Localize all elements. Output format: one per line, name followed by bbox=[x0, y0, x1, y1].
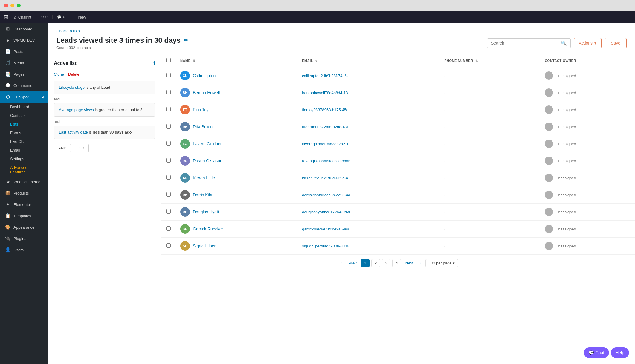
sidebar-sub-lists[interactable]: Lists bbox=[10, 120, 48, 129]
contact-email-link[interactable]: ravengislason6ff8ccac-8dab... bbox=[302, 159, 353, 163]
row-checkbox-3[interactable] bbox=[166, 124, 171, 129]
new-button[interactable]: + New bbox=[75, 15, 86, 19]
sidebar-item-dashboard[interactable]: ⊞ Dashboard bbox=[0, 23, 48, 35]
actions-button[interactable]: Actions ▾ bbox=[574, 38, 602, 48]
select-all-checkbox[interactable] bbox=[166, 58, 171, 62]
row-checkbox-7[interactable] bbox=[166, 192, 171, 197]
per-page-select[interactable]: 100 per page ▾ bbox=[425, 259, 458, 267]
contact-email-link[interactable]: laverngoldner9ab28b2b-91... bbox=[302, 142, 352, 146]
edit-title-icon[interactable]: ✏ bbox=[184, 37, 188, 44]
sidebar-sub-dashboard[interactable]: Dashboard bbox=[10, 103, 48, 111]
sidebar-item-elementor[interactable]: ✦ Elementor bbox=[0, 199, 48, 210]
email-cell: garrickruecker8f0c42a5-a90... bbox=[297, 221, 439, 238]
row-checkbox-0[interactable] bbox=[166, 73, 171, 77]
mac-close-dot[interactable] bbox=[4, 4, 8, 7]
per-page-arrow-icon: ▾ bbox=[453, 261, 455, 265]
row-checkbox-10[interactable] bbox=[166, 243, 171, 248]
contact-email-link[interactable]: bentonhowell78d4b8d4-18... bbox=[302, 91, 351, 95]
next-page-button[interactable]: › bbox=[417, 259, 423, 267]
sidebar-sub-settings[interactable]: Settings bbox=[10, 155, 48, 163]
revisions-item[interactable]: ↻ 0 bbox=[41, 15, 48, 19]
sidebar-item-posts[interactable]: 📄 Posts bbox=[0, 46, 48, 57]
contact-email-link[interactable]: douglashyattbc8172a4-3f4d... bbox=[302, 210, 353, 214]
actions-arrow-icon: ▾ bbox=[594, 41, 596, 45]
and-button[interactable]: AND bbox=[54, 144, 71, 152]
contact-name-link[interactable]: Rita Bruen bbox=[193, 124, 213, 129]
contact-name-link[interactable]: Sigrid Hilpert bbox=[193, 244, 217, 248]
header-phone[interactable]: PHONE NUMBER ⇅ bbox=[439, 54, 540, 67]
contact-name-link[interactable]: Raven Gislason bbox=[193, 158, 222, 163]
page-4-button[interactable]: 4 bbox=[392, 259, 401, 267]
row-checkbox-8[interactable] bbox=[166, 209, 171, 214]
sidebar-sub-livechat[interactable]: Live Chat bbox=[10, 137, 48, 146]
chat-button[interactable]: 💬 Chat bbox=[584, 347, 609, 358]
contact-email-link[interactable]: finntoy08378968-b175-45a... bbox=[302, 108, 352, 112]
sidebar-item-appearance[interactable]: 🎨 Appearance bbox=[0, 221, 48, 233]
sidebar-item-wpmudev[interactable]: ● WPMU DEV bbox=[0, 35, 48, 46]
site-name[interactable]: ⌂ Chairlift bbox=[14, 15, 31, 19]
sidebar-item-comments[interactable]: 💬 Comments bbox=[0, 80, 48, 91]
contact-avatar: SH bbox=[180, 241, 190, 251]
mac-minimize-dot[interactable] bbox=[10, 4, 14, 7]
sidebar-item-users[interactable]: 👤 Users bbox=[0, 244, 48, 256]
clone-button[interactable]: Clone bbox=[54, 72, 64, 77]
search-icon[interactable]: 🔍 bbox=[561, 40, 567, 46]
page-3-button[interactable]: 3 bbox=[382, 259, 390, 267]
contact-email-link[interactable]: sigridhilpertdad49008-3336... bbox=[302, 244, 352, 248]
owner-name: Unassigned bbox=[555, 142, 576, 146]
contact-name-link[interactable]: Garrick Ruecker bbox=[193, 227, 223, 231]
sidebar-item-pages[interactable]: 📑 Pages bbox=[0, 68, 48, 80]
row-checkbox-4[interactable] bbox=[166, 141, 171, 146]
save-button[interactable]: Save bbox=[605, 38, 627, 48]
header-email[interactable]: EMAIL ⇅ bbox=[297, 54, 439, 67]
back-to-lists-link[interactable]: ‹ Back to lists bbox=[56, 29, 627, 33]
contact-email-link[interactable]: kieranlittle0e21ff6d-639d-4... bbox=[302, 176, 351, 180]
delete-button[interactable]: Delete bbox=[68, 72, 80, 77]
contact-name-link[interactable]: Dorris Kihn bbox=[193, 192, 213, 197]
sidebar-item-templates[interactable]: 📋 Templates bbox=[0, 210, 48, 221]
sidebar-sub-forms[interactable]: Forms bbox=[10, 129, 48, 137]
contact-email-link[interactable]: callieupton2db9b28f-74d6-... bbox=[302, 74, 351, 78]
sidebar-item-hubspot[interactable]: ⬡ HubSpot ◀ bbox=[0, 91, 48, 103]
sidebar-item-woocommerce[interactable]: 🛍 WooCommerce bbox=[0, 176, 48, 187]
info-icon[interactable]: ℹ bbox=[153, 60, 155, 66]
contact-name-link[interactable]: Benton Howell bbox=[193, 90, 220, 95]
sort-phone-icon: ⇅ bbox=[475, 59, 478, 62]
contact-name-link[interactable]: Callie Upton bbox=[193, 73, 216, 78]
page-2-button[interactable]: 2 bbox=[371, 259, 380, 267]
sidebar-sub-advanced[interactable]: Advanced Features bbox=[10, 163, 48, 176]
contact-email-link[interactable]: dorriskihnfd3aec5b-ac93-4a... bbox=[302, 193, 353, 197]
header-name[interactable]: NAME ⇅ bbox=[175, 54, 297, 67]
row-checkbox-9[interactable] bbox=[166, 226, 171, 231]
contact-name-link[interactable]: Lavern Goldner bbox=[193, 141, 222, 146]
row-checkbox-5[interactable] bbox=[166, 158, 171, 163]
sidebar-item-media[interactable]: 🎵 Media bbox=[0, 57, 48, 68]
contact-name-link[interactable]: Kieran Little bbox=[193, 175, 215, 180]
sidebar-sub-contacts[interactable]: Contacts bbox=[10, 111, 48, 120]
or-button[interactable]: OR bbox=[74, 144, 89, 152]
revision-count: 0 bbox=[45, 15, 48, 19]
search-input[interactable] bbox=[491, 41, 558, 45]
contact-name-link[interactable]: Finn Toy bbox=[193, 107, 209, 112]
filter-actions: Clone Delete bbox=[54, 72, 155, 77]
prev-page-button[interactable]: ‹ bbox=[338, 259, 344, 267]
mac-fullscreen-dot[interactable] bbox=[17, 4, 21, 7]
row-checkbox-1[interactable] bbox=[166, 90, 171, 94]
row-checkbox-6[interactable] bbox=[166, 175, 171, 180]
comments-item[interactable]: 💬 0 bbox=[57, 15, 65, 19]
search-box[interactable]: 🔍 bbox=[487, 38, 571, 48]
help-button[interactable]: Help bbox=[611, 347, 629, 358]
sidebar-item-products[interactable]: 📦 Products bbox=[0, 187, 48, 199]
page-1-button[interactable]: 1 bbox=[361, 259, 370, 267]
contact-name-link[interactable]: Douglas Hyatt bbox=[193, 209, 219, 214]
contact-email-link[interactable]: ritabruenff372af8-d2da-43f... bbox=[302, 125, 351, 129]
sidebar-item-plugins[interactable]: 🔌 Plugins bbox=[0, 233, 48, 244]
next-label[interactable]: Next bbox=[403, 259, 416, 267]
row-checkbox-2[interactable] bbox=[166, 107, 171, 111]
prev-label[interactable]: Prev bbox=[346, 259, 359, 267]
contact-email-link[interactable]: garrickruecker8f0c42a5-a90... bbox=[302, 227, 354, 231]
header-owner[interactable]: CONTACT OWNER bbox=[540, 54, 635, 67]
sidebar-sub-email[interactable]: Email bbox=[10, 146, 48, 155]
table-row: GR Garrick Ruecker garrickruecker8f0c42a… bbox=[161, 221, 635, 238]
sidebar-label: Users bbox=[13, 248, 24, 252]
